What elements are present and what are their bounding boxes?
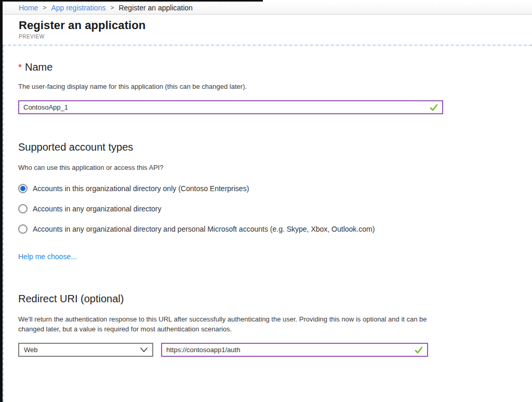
app-name-input[interactable]: [19, 101, 429, 113]
app-name-input-container: [18, 100, 443, 114]
redirect-uri-input-container: [161, 343, 428, 357]
radio-option-single-tenant[interactable]: Accounts in this organizational director…: [18, 184, 249, 193]
breadcrumb-separator: >: [43, 4, 46, 11]
redirect-uri-description: We'll return the authentication response…: [18, 314, 440, 334]
radio-unselected-icon[interactable]: [18, 224, 28, 234]
name-heading-label: Name: [25, 61, 52, 73]
breadcrumb-current-page: Register an application: [118, 4, 192, 12]
breadcrumb-app-registrations-link[interactable]: App registrations: [51, 4, 105, 12]
required-marker: *: [18, 62, 22, 73]
redirect-platform-select[interactable]: Web: [18, 343, 153, 357]
breadcrumb-separator: >: [110, 4, 114, 11]
name-description: The user-facing display name for this ap…: [18, 83, 247, 90]
name-section-heading: *Name: [18, 61, 52, 73]
valid-check-icon: [429, 103, 438, 112]
blade-header: Register an application PREVIEW: [3, 15, 532, 45]
account-types-question: Who can use this application or access t…: [18, 164, 164, 171]
register-application-page: Home > App registrations > Register an a…: [0, 0, 532, 402]
chevron-down-icon: [140, 347, 148, 352]
radio-option-multitenant-personal[interactable]: Accounts in any organizational directory…: [18, 224, 375, 234]
preview-badge: PREVIEW: [19, 34, 532, 39]
radio-option-label: Accounts in this organizational director…: [33, 184, 249, 193]
redirect-uri-input[interactable]: [162, 344, 414, 356]
breadcrumb-home-link[interactable]: Home: [19, 4, 38, 12]
radio-unselected-icon[interactable]: [18, 204, 28, 213]
redirect-uri-heading: Redirect URI (optional): [18, 293, 124, 305]
redirect-platform-value: Web: [24, 346, 38, 354]
valid-check-icon: [414, 345, 423, 355]
blade-content: *Name The user-facing display name for t…: [3, 45, 532, 402]
help-me-choose-link[interactable]: Help me choose...: [18, 252, 77, 261]
radio-selected-icon[interactable]: [18, 184, 28, 193]
radio-option-label: Accounts in any organizational directory…: [33, 225, 375, 233]
radio-option-label: Accounts in any organizational directory: [33, 205, 161, 213]
breadcrumb: Home > App registrations > Register an a…: [3, 2, 532, 15]
account-types-heading: Supported account types: [18, 141, 133, 153]
page-title: Register an application: [19, 19, 532, 32]
radio-option-multitenant[interactable]: Accounts in any organizational directory: [18, 204, 161, 213]
